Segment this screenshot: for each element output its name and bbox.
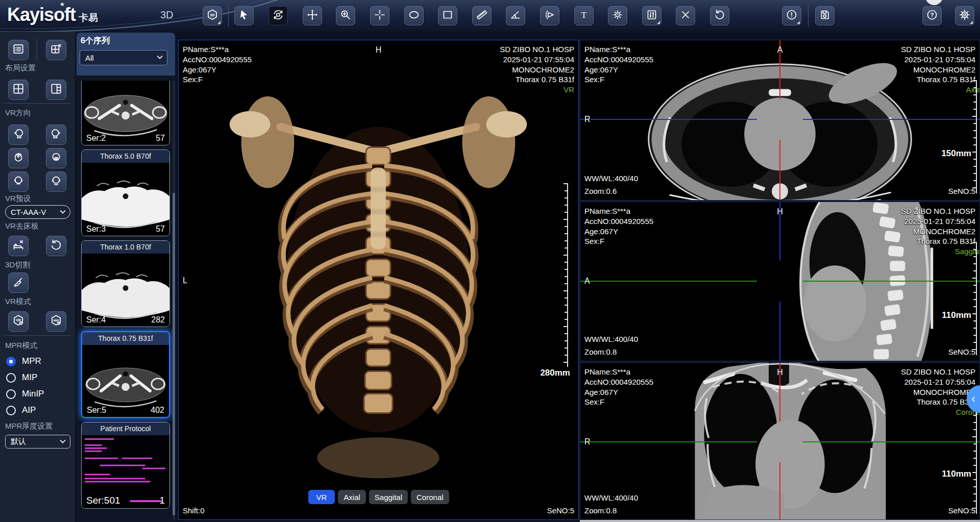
vr-viewport[interactable]: PName:S***a AccNO:0004920555 Age:067Y Se… xyxy=(178,40,579,520)
series-image-count: 402 xyxy=(151,406,164,415)
series-card-ser3[interactable]: Thorax 5.0 B70f Ser:3 57 xyxy=(81,150,170,236)
mpr-radio-aip[interactable]: AIP xyxy=(6,405,36,415)
axial-viewport[interactable]: PName:S***a AccNO:0004920555 Age:067Y Se… xyxy=(580,40,980,201)
chevron-down-icon xyxy=(157,54,162,59)
layout-right-panel-button[interactable] xyxy=(46,80,66,100)
vr-mode-button[interactable]: VR xyxy=(8,311,29,332)
series-card-ser4[interactable]: Thorax 1.0 B70f Ser:4 282 xyxy=(81,240,170,327)
head-back-icon xyxy=(12,174,25,189)
tool-rotate3d-button[interactable] xyxy=(268,6,288,26)
vr-view-left-button[interactable] xyxy=(8,125,29,145)
series-no-label: SeNO:5 xyxy=(948,347,975,357)
series-title: Thorax 5.0 B70f xyxy=(82,150,169,163)
crosshair-vertical xyxy=(779,462,780,519)
help-button[interactable]: ? xyxy=(922,6,942,26)
study-info: SD ZIBO NO.1 HOSP 2025-01-21 07:55:04 MO… xyxy=(500,44,574,95)
hospital-name: SD ZIBO NO.1 HOSP xyxy=(901,367,975,377)
tool-ruler-button[interactable] xyxy=(472,6,492,26)
patient-sex: Sex:F xyxy=(584,74,653,85)
cube-3d-icon: 3D xyxy=(206,9,218,23)
layout-settings-label: 布局设置 xyxy=(5,63,36,73)
crosshair-vertical xyxy=(779,140,780,200)
layout-close-button[interactable] xyxy=(46,40,66,60)
tool-brightness-button[interactable] xyxy=(608,6,627,26)
mode-3d-label: 3D xyxy=(160,9,174,21)
vr-view-head-button[interactable] xyxy=(8,148,29,168)
feet-icon xyxy=(50,151,63,166)
ellipse-icon xyxy=(408,9,420,23)
tool-3d-button[interactable]: 3D xyxy=(203,6,222,26)
cut-knife-button[interactable] xyxy=(8,272,29,293)
vr-rendering xyxy=(179,40,578,519)
series-filter-dropdown[interactable]: All xyxy=(80,50,167,65)
mpr-radio-minip[interactable]: MinIP xyxy=(6,389,44,399)
zoom-label: Zoom:0.8 xyxy=(584,347,617,357)
rectangle-icon xyxy=(442,9,454,23)
vr-view-back-button[interactable] xyxy=(8,171,29,192)
scrollbar-thumb[interactable] xyxy=(173,193,175,515)
tool-window-level-button[interactable] xyxy=(642,6,662,26)
tool-alert-button[interactable] xyxy=(782,6,801,26)
sagittal-viewport[interactable]: PName:S***a AccNO:0004920555 Age:067Y Se… xyxy=(580,202,980,361)
rotate-3d-icon xyxy=(272,9,284,23)
series-card-ser5-selected[interactable]: Thorax 0.75 B31f Ser:5 402 xyxy=(81,331,170,418)
tool-crosshair-button[interactable] xyxy=(370,6,389,26)
bottom-edge-strip xyxy=(580,520,980,522)
mip-hexagon-icon: MIP xyxy=(50,314,63,329)
crosshair-horizontal xyxy=(580,281,757,282)
tool-delete-button[interactable] xyxy=(676,6,695,26)
settings-button[interactable] xyxy=(955,6,974,26)
series-description: Thorax 0.75 B31f xyxy=(901,397,975,407)
bed-reset-button[interactable] xyxy=(46,236,66,256)
patient-accno: AccNO:0004920555 xyxy=(584,216,653,227)
tool-cobb-angle-button[interactable] xyxy=(540,6,559,26)
series-card-ser501[interactable]: Patient Protocol Ser:501 1 xyxy=(81,422,170,509)
svg-text:MIP: MIP xyxy=(54,319,59,322)
vr-view-right-button[interactable] xyxy=(46,125,66,145)
coronal-viewport[interactable]: PName:S***a AccNO:0004920555 Age:067Y Se… xyxy=(580,362,980,520)
tool-cursor-button[interactable] xyxy=(234,6,254,26)
crosshair-horizontal xyxy=(580,441,757,442)
tool-save-button[interactable] xyxy=(815,6,835,26)
user-avatar[interactable] xyxy=(925,0,943,5)
orientation-marker-top: H xyxy=(376,45,382,55)
tool-rectangle-button[interactable] xyxy=(438,6,457,26)
vr-view-front-button[interactable] xyxy=(46,171,66,192)
wwwl-label: WW/WL:400/40 xyxy=(584,173,638,184)
view-button-axial[interactable]: Axial xyxy=(338,490,366,504)
photometric: MONOCHROME2 xyxy=(901,227,975,237)
study-datetime: 2025-01-21 07:55:04 xyxy=(901,55,975,65)
patient-name: PName:S***a xyxy=(584,367,653,377)
series-card-ser2[interactable]: Ser:2 57 xyxy=(81,81,170,145)
vr-view-feet-button[interactable] xyxy=(46,148,66,168)
tool-pan-button[interactable] xyxy=(303,6,322,26)
series-description: Thorax 0.75 B31f xyxy=(901,74,975,85)
tool-reset-button[interactable] xyxy=(710,6,729,26)
view-button-vr[interactable]: VR xyxy=(308,490,335,504)
scale-ruler xyxy=(972,401,977,514)
layout-segment-button[interactable] xyxy=(8,40,29,60)
mpr-radio-mip[interactable]: MIP xyxy=(6,372,37,383)
tool-ellipse-button[interactable] xyxy=(404,6,424,26)
mpr-thickness-dropdown[interactable]: 默认 xyxy=(5,435,70,449)
remove-bed-button[interactable] xyxy=(8,236,29,256)
view-button-coronal[interactable]: Coronal xyxy=(411,490,449,504)
bed-x-icon xyxy=(12,238,25,254)
gear-icon xyxy=(959,9,971,23)
radio-icon xyxy=(6,373,16,383)
tool-zoom-button[interactable] xyxy=(336,6,355,26)
series-no-label: SeNO:5 xyxy=(948,186,975,196)
tool-text-button[interactable]: T xyxy=(574,6,594,26)
tool-angle-button[interactable] xyxy=(506,6,525,26)
view-switch-buttons: VR Axial Saggital Coronal xyxy=(308,490,449,504)
logo-star-icon: ★ xyxy=(60,1,65,8)
mpr-radio-mpr[interactable]: MPR xyxy=(6,356,41,366)
view-button-saggital[interactable]: Saggital xyxy=(369,490,408,504)
layout-grid-button[interactable] xyxy=(8,80,29,100)
vr-preset-dropdown[interactable]: CT-AAA-V xyxy=(5,205,70,219)
mip-mode-button[interactable]: MIP xyxy=(46,311,66,332)
layout-right-icon xyxy=(50,82,63,97)
series-number: Ser:2 xyxy=(86,134,106,143)
series-scrollbar[interactable] xyxy=(173,81,175,521)
toolbar-separator xyxy=(808,5,808,27)
